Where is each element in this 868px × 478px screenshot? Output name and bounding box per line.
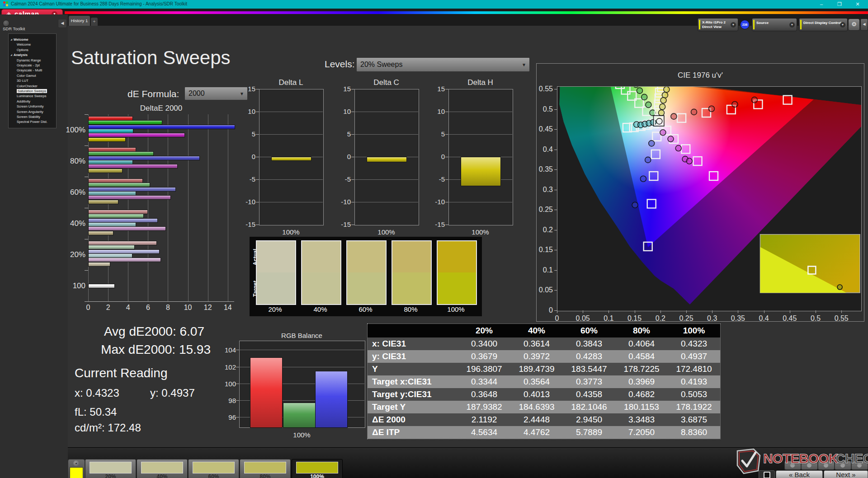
- rgb-bar-green: [283, 403, 316, 428]
- cie-xtick: 0.1: [599, 314, 618, 323]
- sidebar-item-luminance-sweeps[interactable]: Luminance Sweeps: [9, 94, 56, 99]
- pattern-tile[interactable]: ▲: [68, 459, 85, 478]
- table-row-label: Target Y: [368, 401, 458, 413]
- restore-button[interactable]: ❐: [831, 0, 848, 9]
- rgb-ytick: 104: [221, 346, 236, 354]
- sidebar-item-screen-angularity[interactable]: Screen Angularity: [9, 110, 56, 115]
- sidebar-item-options[interactable]: Options: [9, 48, 56, 53]
- tab-history-1[interactable]: History 1: [69, 16, 90, 26]
- rgb-tick-dash: [236, 400, 239, 401]
- sidebar-item-colorchecker[interactable]: ColorChecker: [9, 84, 56, 89]
- chevron-down-icon[interactable]: ▼: [840, 22, 845, 28]
- delta_l-gridline: [259, 112, 323, 112]
- meter-device-line1: X-Rite i1Pro 2: [702, 20, 726, 24]
- sidebar-item-spectral-power-dist-[interactable]: Spectral Power Dist.: [9, 120, 56, 125]
- sidebar-item-grayscale-2pt[interactable]: Grayscale - 2pt: [9, 63, 56, 68]
- table-value-cell: 0.4064: [615, 337, 668, 350]
- tree-expand-icon[interactable]: ◢: [10, 53, 12, 56]
- sidebar-item-grayscale-multi[interactable]: Grayscale - Multi: [9, 68, 56, 73]
- source-dropdown[interactable]: Source ▼: [752, 18, 797, 31]
- delta_c-tick-dash: [351, 157, 354, 157]
- reading-y: y: 0.4937: [150, 387, 195, 399]
- deltae-gridline: [108, 114, 108, 301]
- tree-expand-icon[interactable]: ◢: [10, 38, 12, 41]
- sidebar-item-welcome[interactable]: Welcome: [9, 42, 56, 47]
- levels-dropdown[interactable]: 20% Sweeps ▼: [356, 57, 530, 72]
- de-formula-dropdown[interactable]: 2000 ▼: [184, 87, 248, 100]
- sidebar-item-screen-stability[interactable]: Screen Stability: [9, 115, 56, 120]
- page-title: Saturation Sweeps: [71, 47, 231, 69]
- table-value-cell: 0.3614: [510, 337, 563, 350]
- slide-tile-100[interactable]: 100%: [292, 459, 343, 478]
- cie-ytick: 0.4: [537, 145, 553, 154]
- cie-xtick: 0.35: [728, 314, 748, 323]
- swatch-column-20: [256, 240, 296, 305]
- chevron-down-icon[interactable]: ▼: [731, 22, 736, 28]
- table-row-label: Y: [368, 363, 458, 375]
- deltae-gridline: [228, 114, 228, 301]
- slide-tile-60[interactable]: 60%: [188, 459, 239, 478]
- delta_c-tick-dash: [351, 225, 354, 225]
- delta_c-tick-dash: [351, 89, 354, 89]
- cie-xtick-dash: [712, 310, 712, 313]
- rgb-tick-dash: [236, 417, 239, 417]
- arrow-up-icon[interactable]: ▲: [73, 460, 79, 466]
- max-de2000: Max dE2000: 15.93: [75, 342, 211, 357]
- table-header-row: 20%40%60%80%100%: [368, 324, 720, 337]
- target-swatch: [438, 272, 476, 304]
- sidebar-item-welcome[interactable]: ◢Welcome: [9, 37, 56, 42]
- rgb-ytick: 96: [221, 413, 236, 421]
- cie-xtick: 0.45: [780, 314, 800, 323]
- source-label: Source: [756, 21, 769, 25]
- sidebar-item-label: Analysis: [14, 53, 28, 57]
- deltae-tick-dash: [85, 114, 88, 115]
- delta_l-ytick: 15: [240, 85, 255, 93]
- delta_c-gridline: [354, 179, 418, 180]
- cie-ytick: 0.25: [537, 206, 553, 214]
- deltae-xtick: 8: [161, 304, 175, 312]
- sidebar-item-3d-lut[interactable]: 3D LUT: [9, 79, 56, 84]
- notebookcheck-shield-icon: [735, 448, 762, 474]
- panel-collapse-button[interactable]: ◀: [860, 19, 868, 31]
- delta_h-tick-dash: [445, 112, 448, 112]
- table-row-label: x: CIE31: [368, 337, 458, 350]
- minimize-button[interactable]: –: [813, 0, 830, 9]
- delta_c-bar: [367, 157, 407, 162]
- measurement-count-badge: 236: [740, 20, 750, 29]
- display-control-dropdown[interactable]: Direct Display Control ▼: [799, 18, 848, 31]
- sidebar-collapse-button[interactable]: ◀: [58, 19, 67, 28]
- avg-label: Avg dE2000:: [104, 324, 176, 338]
- slide-swatch: [244, 462, 286, 473]
- sidebar-item-color-gamut[interactable]: Color Gamut: [9, 74, 56, 79]
- swatch-level-label: 100%: [436, 305, 476, 313]
- slide-tile-40[interactable]: 40%: [137, 459, 188, 478]
- delta_h-ytick: -10: [429, 198, 445, 206]
- meter-device-dropdown[interactable]: X-Rite i1Pro 2 Direct View ▼: [698, 18, 738, 31]
- sidebar-item-saturation-sweeps[interactable]: Saturation Sweeps: [9, 89, 56, 94]
- cie-ytick: 0.55: [537, 85, 553, 93]
- deltae-bar-white-100: [88, 284, 115, 288]
- y-value: 0.4937: [161, 387, 194, 399]
- cie-ytick-dash: [554, 250, 557, 250]
- display-control-stripe: [800, 20, 802, 29]
- delta_h-gridline: [448, 134, 512, 135]
- close-button[interactable]: ✕: [849, 0, 866, 9]
- table-value-cell: 3.6875: [668, 413, 720, 426]
- sidebar-item-analysis[interactable]: ◢Analysis: [9, 53, 56, 58]
- slide-tile-20[interactable]: 20%: [85, 459, 136, 478]
- rgb-bar-blue: [315, 371, 348, 428]
- fl-value: 50.34: [90, 406, 117, 418]
- table-value-cell: 2.4448: [510, 413, 563, 426]
- sidebar-item-additivity[interactable]: Additivity: [9, 99, 56, 104]
- delta_l-tick-dash: [256, 112, 259, 112]
- add-tab-button[interactable]: +: [91, 18, 98, 26]
- table-header-cell: 80%: [615, 324, 668, 337]
- chevron-down-icon[interactable]: ▼: [789, 22, 795, 28]
- sidebar-item-dynamic-range[interactable]: Dynamic Range: [9, 58, 56, 63]
- record-dot-icon[interactable]: [3, 20, 9, 27]
- sidebar-item-screen-uniformity[interactable]: Screen Uniformity: [9, 104, 56, 109]
- gear-icon[interactable]: ⚙: [848, 19, 860, 31]
- cie-xtick-dash: [816, 310, 816, 313]
- swatch-column-60: [346, 240, 387, 305]
- slide-tile-80[interactable]: 80%: [240, 459, 291, 478]
